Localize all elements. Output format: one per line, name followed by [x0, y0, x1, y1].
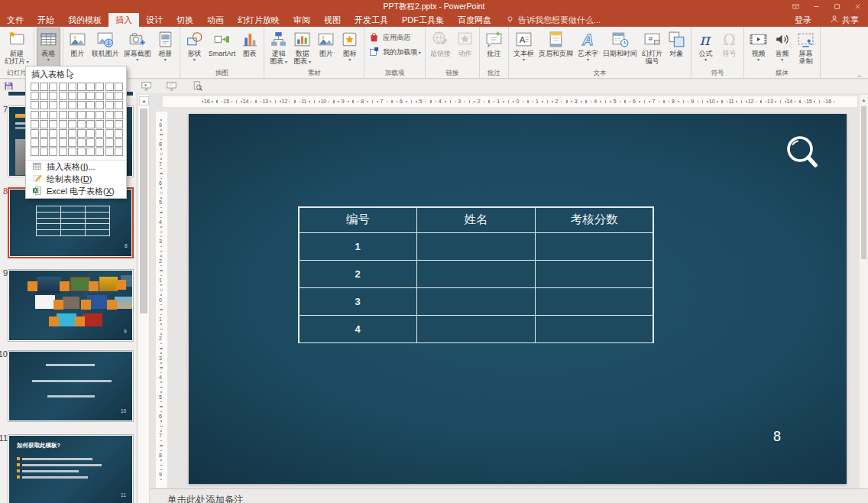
table-grid-cell[interactable]	[59, 92, 67, 100]
new-slide-button[interactable]: 新建幻灯片 ▾	[2, 28, 31, 68]
table-grid-cell[interactable]	[31, 138, 39, 147]
table-grid-cell[interactable]	[59, 138, 67, 147]
scrollbar-thumb[interactable]	[861, 106, 866, 259]
smartart-button[interactable]: SmartArt	[206, 28, 238, 68]
table-grid-cell[interactable]	[115, 83, 123, 91]
table-grid-cell[interactable]	[40, 129, 48, 138]
chart-button[interactable]: 图表	[238, 28, 261, 68]
table-grid-cell[interactable]	[59, 148, 67, 156]
table-grid-cell[interactable]	[40, 138, 48, 147]
table-grid-cell[interactable]	[105, 129, 114, 138]
table-cell[interactable]: 1	[300, 233, 416, 260]
table-grid-cell[interactable]	[31, 92, 39, 100]
tab-file[interactable]: 文件	[0, 13, 31, 27]
table-grid-cell[interactable]	[86, 148, 95, 156]
table-grid-cell[interactable]	[40, 148, 48, 156]
table-cell[interactable]	[536, 261, 653, 287]
table-grid-cell[interactable]	[115, 148, 123, 156]
table-grid-cell[interactable]	[31, 111, 39, 119]
table-grid-cell[interactable]	[77, 138, 86, 147]
object-button[interactable]: 对象	[665, 28, 688, 68]
minimize-button[interactable]	[806, 0, 827, 13]
shapes-button[interactable]: 形状▾	[183, 28, 206, 68]
slide-table[interactable]: 编号姓名考核分数1234	[298, 206, 654, 343]
table-grid-cell[interactable]	[68, 111, 76, 119]
table-cell[interactable]	[536, 288, 653, 315]
table-grid-cell[interactable]	[49, 92, 57, 100]
table-grid-cell[interactable]	[77, 148, 86, 156]
slide-number-button[interactable]: #幻灯片编号	[640, 28, 665, 68]
maximize-button[interactable]	[827, 0, 847, 13]
comment-button[interactable]: 批注	[482, 28, 506, 68]
table-grid-cell[interactable]	[86, 83, 95, 91]
print-preview-button[interactable]	[192, 80, 204, 92]
table-grid-cell[interactable]	[86, 120, 95, 128]
table-grid-cell[interactable]	[49, 129, 57, 138]
table-grid-cell[interactable]	[96, 138, 104, 147]
thumbnail-slide-9[interactable]: 9	[8, 269, 134, 342]
tell-me-box[interactable]: 告诉我您想要做什么...	[498, 13, 608, 27]
close-button[interactable]	[847, 0, 868, 13]
table-grid-cell[interactable]	[40, 111, 48, 119]
table-grid-cell[interactable]	[96, 83, 104, 91]
table-grid-cell[interactable]	[59, 111, 67, 119]
tab-pdf-tools[interactable]: PDF工具集	[395, 13, 451, 27]
table-grid-cell[interactable]	[68, 129, 76, 138]
table-grid-cell[interactable]	[68, 138, 76, 147]
table-grid-cell[interactable]	[105, 101, 114, 109]
pictures-button[interactable]: 图片	[66, 28, 89, 68]
share-button[interactable]: 共享	[821, 13, 868, 27]
table-cell[interactable]: 3	[300, 288, 416, 315]
table-grid-cell[interactable]	[115, 101, 123, 109]
screenshot-button[interactable]: 屏幕截图▾	[121, 28, 154, 68]
header-footer-button[interactable]: 页眉和页脚	[536, 28, 575, 68]
table-grid-cell[interactable]	[49, 101, 57, 109]
symbol-button[interactable]: Ω符号	[717, 28, 741, 68]
menu-item-excel-spreadsheet[interactable]: XExcel 电子表格(X)	[26, 186, 126, 198]
scrollbar-thumb[interactable]	[140, 109, 147, 313]
table-grid-cell[interactable]	[105, 138, 114, 147]
text-box-button[interactable]: A文本框▾	[511, 28, 536, 68]
table-cell[interactable]: 4	[300, 316, 416, 342]
table-grid-cell[interactable]	[49, 120, 57, 128]
table-grid-cell[interactable]	[77, 92, 86, 100]
notes-pane[interactable]: 单击此处添加备注	[151, 488, 868, 503]
store-button[interactable]: 应用商店	[367, 30, 423, 44]
thumbnail-scrollbar[interactable]: ▲	[138, 95, 150, 503]
logic-chart-button[interactable]: 逻辑图表 ▾	[267, 28, 290, 68]
table-grid-cell[interactable]	[96, 111, 104, 119]
table-grid-cell[interactable]	[68, 120, 76, 128]
video-button[interactable]: 视频▾	[747, 28, 770, 68]
slide-canvas[interactable]: 编号姓名考核分数1234 8	[189, 114, 847, 484]
material-picture-button[interactable]: 图片	[314, 28, 338, 68]
save-button[interactable]	[3, 80, 15, 92]
table-grid-cell[interactable]	[68, 148, 76, 156]
thumbnail-slide-11[interactable]: 如何获取此模板? 11	[8, 434, 134, 503]
table-grid-cell[interactable]	[105, 83, 114, 91]
table-cell[interactable]	[417, 288, 534, 315]
table-grid-cell[interactable]	[31, 101, 39, 109]
sign-in-button[interactable]: 登录	[785, 13, 821, 27]
table-cell[interactable]	[536, 316, 653, 342]
table-grid-cell[interactable]	[96, 120, 104, 128]
tab-my-templates[interactable]: 我的模板	[61, 13, 108, 27]
table-grid-cell[interactable]	[77, 120, 86, 128]
table-grid-cell[interactable]	[31, 83, 39, 91]
table-grid-cell[interactable]	[49, 111, 57, 119]
table-cell[interactable]	[417, 316, 534, 342]
table-grid-cell[interactable]	[96, 129, 104, 138]
table-grid-cell[interactable]	[115, 111, 123, 119]
tab-slide-show[interactable]: 幻灯片放映	[231, 13, 287, 27]
hyperlink-button[interactable]: 超链接	[428, 28, 453, 68]
menu-item-draw-table[interactable]: 绘制表格(D)	[26, 174, 126, 186]
vertical-ruler[interactable]: 9876543210123456789	[156, 112, 167, 488]
table-grid-cell[interactable]	[49, 83, 57, 91]
table-grid-cell[interactable]	[115, 120, 123, 128]
table-grid-cell[interactable]	[59, 101, 67, 109]
action-button[interactable]: 动作	[453, 28, 477, 68]
table-grid-cell[interactable]	[68, 92, 76, 100]
table-grid-cell[interactable]	[40, 92, 48, 100]
data-chart-button[interactable]: 数据图表 ▾	[290, 28, 314, 68]
table-cell[interactable]	[417, 261, 534, 287]
slideshow-from-start-button[interactable]	[141, 80, 153, 92]
